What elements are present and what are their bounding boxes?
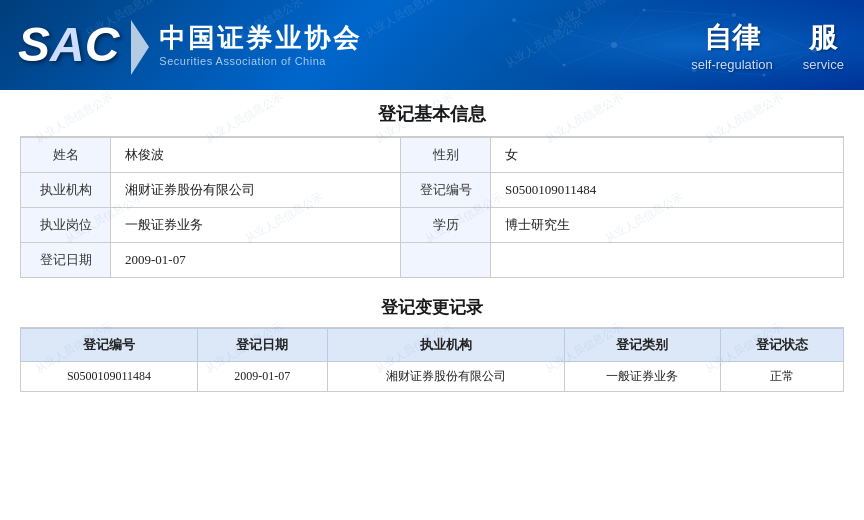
logo-area: SAC 中国证券业协会 Securities Association of Ch… [0,15,362,75]
org-name-cn: 中国证券业协会 [159,23,362,54]
table-row: S05001090114842009-01-07湘财证券股份有限公司一般证券业务… [21,362,844,392]
content-area: 从业人员信息公示 从业人员信息公示 从业人员信息公示 从业人员信息公示 从业人员… [0,90,864,392]
service-block: 服 service [803,19,844,72]
svg-point-19 [643,9,646,12]
section2-title: 登记变更记录 [20,286,844,328]
org-name-block: 中国证券业协会 Securities Association of China [159,23,362,66]
label-name: 姓名 [21,138,111,173]
table-cell: S0500109011484 [21,362,198,392]
value-regnum: S0500109011484 [491,173,844,208]
col-type: 登记类别 [564,329,720,362]
value-edu: 博士研究生 [491,208,844,243]
table-cell: 2009-01-07 [198,362,328,392]
svg-marker-20 [131,20,149,75]
svg-point-17 [563,64,566,67]
label-regnum: 登记编号 [401,173,491,208]
col-org: 执业机构 [327,329,564,362]
right-label-en2: service [803,57,844,72]
table-header-row: 登记编号 登记日期 执业机构 登记类别 登记状态 [21,329,844,362]
svg-point-13 [611,42,617,48]
table-row: 执业机构 湘财证券股份有限公司 登记编号 S0500109011484 [21,173,844,208]
table-row: 登记日期 2009-01-07 [21,243,844,278]
org-name-en: Securities Association of China [159,55,362,67]
header: 从业人员信息公示 从业人员信息公示 从业人员信息公示 从业人员信息公示 从业人员… [0,0,864,90]
table-cell: 正常 [721,362,844,392]
self-regulation-block: 自律 self-regulation [691,19,773,72]
col-date: 登记日期 [198,329,328,362]
value-name: 林俊波 [111,138,401,173]
label-empty [401,243,491,278]
table-row: 执业岗位 一般证券业务 学历 博士研究生 [21,208,844,243]
col-status: 登记状态 [721,329,844,362]
label-date: 登记日期 [21,243,111,278]
header-right-area: 自律 self-regulation 服 service [691,0,844,90]
table-cell: 湘财证券股份有限公司 [327,362,564,392]
basic-info-table: 姓名 林俊波 性别 女 执业机构 湘财证券股份有限公司 登记编号 S050010… [20,137,844,278]
logo-accent [131,20,149,75]
value-position: 一般证券业务 [111,208,401,243]
label-org: 执业机构 [21,173,111,208]
sac-logo-text: SAC [18,21,119,69]
label-position: 执业岗位 [21,208,111,243]
label-edu: 学历 [401,208,491,243]
record-table: 登记编号 登记日期 执业机构 登记类别 登记状态 S05001090114842… [20,328,844,392]
value-gender: 女 [491,138,844,173]
right-label-cn2: 服 [809,19,837,57]
right-label-cn1: 自律 [704,19,760,57]
label-gender: 性别 [401,138,491,173]
table-cell: 一般证券业务 [564,362,720,392]
value-date: 2009-01-07 [111,243,401,278]
right-label-en1: self-regulation [691,57,773,72]
table-row: 姓名 林俊波 性别 女 [21,138,844,173]
value-empty [491,243,844,278]
section1-title: 登记基本信息 [20,90,844,137]
svg-point-12 [512,18,516,22]
value-org: 湘财证券股份有限公司 [111,173,401,208]
main-content: 登记基本信息 姓名 林俊波 性别 女 执业机构 湘财证券股份有限公司 [0,90,864,392]
col-regnum: 登记编号 [21,329,198,362]
